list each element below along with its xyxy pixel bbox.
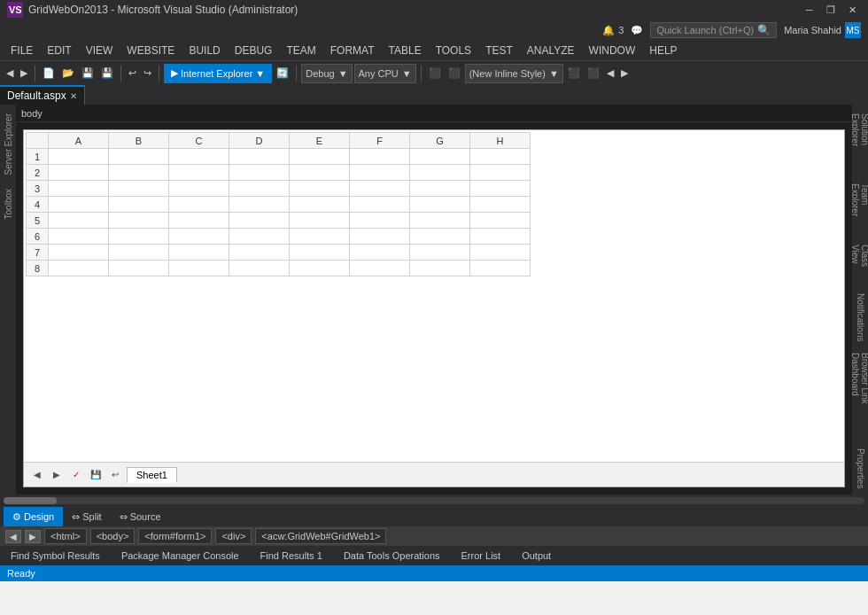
breadcrumb-html[interactable]: <html> — [44, 528, 87, 544]
cell-G8[interactable] — [410, 261, 470, 276]
open-button[interactable]: 📂 — [59, 64, 77, 83]
select-button[interactable]: ⬛ — [446, 64, 463, 83]
nav-btn-1[interactable]: ◀ — [604, 64, 616, 83]
cell-F2[interactable] — [350, 165, 410, 181]
menu-tools[interactable]: TOOLS — [429, 41, 478, 60]
cell-E3[interactable] — [290, 181, 350, 197]
sidebar-toolbox[interactable]: Toolbox — [2, 183, 15, 224]
redo-button[interactable]: ↪ — [141, 64, 154, 83]
cell-F8[interactable] — [350, 261, 410, 276]
back-button[interactable]: ◀ — [4, 64, 16, 83]
menu-test[interactable]: TEST — [478, 41, 520, 60]
notification-bell[interactable]: 🔔 3 — [602, 25, 624, 36]
cell-B5[interactable] — [109, 213, 169, 229]
cell-A1[interactable] — [49, 149, 109, 165]
cell-G7[interactable] — [410, 245, 470, 261]
cell-D5[interactable] — [229, 213, 290, 229]
scroll-thumb[interactable] — [4, 497, 57, 504]
menu-website[interactable]: WEBSITE — [120, 41, 182, 60]
cell-E5[interactable] — [290, 213, 350, 229]
menu-window[interactable]: WINDOW — [582, 41, 643, 60]
forward-button[interactable]: ▶ — [18, 64, 30, 83]
cell-C7[interactable] — [169, 245, 229, 261]
cell-F1[interactable] — [350, 149, 410, 165]
cell-F6[interactable] — [350, 229, 410, 245]
cell-A5[interactable] — [49, 213, 109, 229]
panel-find-symbol[interactable]: Find Symbol Results — [7, 549, 104, 563]
cell-E6[interactable] — [290, 229, 350, 245]
menu-table[interactable]: TABLE — [382, 41, 429, 60]
cell-C6[interactable] — [169, 229, 229, 245]
platform-dropdown[interactable]: Any CPU ▼ — [354, 64, 416, 83]
cell-H2[interactable] — [470, 165, 531, 181]
sidebar-notifications[interactable]: Notifications — [854, 288, 867, 346]
grid-prev-button[interactable]: ◀ — [29, 467, 45, 483]
sheet-tab-1[interactable]: Sheet1 — [127, 467, 177, 483]
cell-E2[interactable] — [290, 165, 350, 181]
user-info[interactable]: Maria Shahid MS — [784, 22, 861, 38]
cell-G4[interactable] — [410, 197, 470, 213]
menu-help[interactable]: HELP — [642, 41, 684, 60]
breadcrumb-body[interactable]: <body> — [90, 528, 136, 544]
cell-H5[interactable] — [470, 213, 531, 229]
cell-D2[interactable] — [229, 165, 290, 181]
cell-B7[interactable] — [109, 245, 169, 261]
tab-source[interactable]: ⇔ Source — [111, 507, 170, 526]
cell-D3[interactable] — [229, 181, 290, 197]
menu-analyze[interactable]: ANALYZE — [520, 41, 582, 60]
cell-C4[interactable] — [169, 197, 229, 213]
cell-F3[interactable] — [350, 181, 410, 197]
style-btn-2[interactable]: ⬛ — [585, 64, 602, 83]
panel-output[interactable]: Output — [518, 549, 554, 563]
cell-A8[interactable] — [49, 261, 109, 276]
chat-icon[interactable]: 💬 — [631, 25, 643, 36]
cell-E1[interactable] — [290, 149, 350, 165]
breadcrumb-form[interactable]: <form#form1> — [138, 528, 212, 544]
scroll-track[interactable] — [4, 497, 864, 504]
cell-E7[interactable] — [290, 245, 350, 261]
highlight-button[interactable]: ⬛ — [426, 64, 444, 83]
cell-F5[interactable] — [350, 213, 410, 229]
cell-C3[interactable] — [169, 181, 229, 197]
cell-D8[interactable] — [229, 261, 290, 276]
cell-A3[interactable] — [49, 181, 109, 197]
menu-edit[interactable]: EDIT — [40, 41, 78, 60]
save-button[interactable]: 💾 — [79, 64, 97, 83]
undo-button[interactable]: ↩ — [126, 64, 139, 83]
cell-H1[interactable] — [470, 149, 531, 165]
cell-G6[interactable] — [410, 229, 470, 245]
new-file-button[interactable]: 📄 — [40, 64, 58, 83]
cell-B2[interactable] — [109, 165, 169, 181]
cell-C8[interactable] — [169, 261, 229, 276]
cell-D6[interactable] — [229, 229, 290, 245]
cell-E8[interactable] — [290, 261, 350, 276]
tab-split[interactable]: ⇔ Split — [63, 507, 110, 526]
breadcrumb-gridweb[interactable]: <acw:GridWeb#GridWeb1> — [255, 528, 386, 544]
cell-H4[interactable] — [470, 197, 531, 213]
panel-data-tools[interactable]: Data Tools Operations — [340, 549, 444, 563]
style-dropdown[interactable]: (New Inline Style) ▼ — [465, 64, 563, 83]
cell-C1[interactable] — [169, 149, 229, 165]
cell-F4[interactable] — [350, 197, 410, 213]
sidebar-properties[interactable]: Properties — [854, 443, 867, 494]
menu-build[interactable]: BUILD — [182, 41, 227, 60]
cell-A4[interactable] — [49, 197, 109, 213]
cell-B8[interactable] — [109, 261, 169, 276]
cell-A6[interactable] — [49, 229, 109, 245]
cell-C5[interactable] — [169, 213, 229, 229]
grid-save-button[interactable]: 💾 — [88, 467, 104, 483]
cell-F7[interactable] — [350, 245, 410, 261]
cell-D7[interactable] — [229, 245, 290, 261]
menu-debug[interactable]: DEBUG — [228, 41, 280, 60]
horizontal-scrollbar[interactable] — [0, 494, 868, 507]
cell-A2[interactable] — [49, 165, 109, 181]
breadcrumb-div[interactable]: <div> — [215, 528, 252, 544]
cell-G1[interactable] — [410, 149, 470, 165]
breadcrumb-forward-button[interactable]: ▶ — [25, 530, 41, 543]
tab-design[interactable]: ⚙ Design — [4, 507, 63, 526]
grid-check-button[interactable]: ✓ — [68, 467, 84, 483]
cell-H3[interactable] — [470, 181, 531, 197]
close-button[interactable]: ✕ — [843, 1, 861, 19]
cell-H8[interactable] — [470, 261, 531, 276]
cell-E4[interactable] — [290, 197, 350, 213]
